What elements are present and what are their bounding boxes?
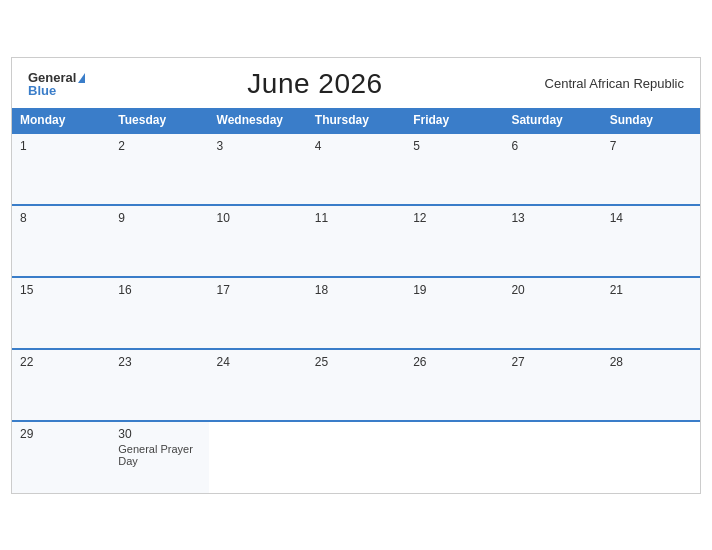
calendar-cell	[209, 421, 307, 493]
day-number: 6	[511, 139, 593, 153]
calendar-cell: 4	[307, 133, 405, 205]
day-number: 19	[413, 283, 495, 297]
calendar-cell: 16	[110, 277, 208, 349]
logo-general-text: General	[28, 71, 85, 84]
week-row-2: 891011121314	[12, 205, 700, 277]
calendar-cell: 17	[209, 277, 307, 349]
day-number: 21	[610, 283, 692, 297]
calendar-header: General Blue June 2026 Central African R…	[12, 58, 700, 108]
day-number: 11	[315, 211, 397, 225]
week-row-5: 2930General Prayer Day	[12, 421, 700, 493]
week-row-3: 15161718192021	[12, 277, 700, 349]
calendar-title: June 2026	[247, 68, 382, 100]
calendar-cell: 2	[110, 133, 208, 205]
logo-triangle-icon	[78, 73, 85, 83]
calendar-cell: 13	[503, 205, 601, 277]
calendar-cell: 21	[602, 277, 700, 349]
calendar-cell: 26	[405, 349, 503, 421]
weekday-header-row: MondayTuesdayWednesdayThursdayFridaySatu…	[12, 108, 700, 133]
day-number: 28	[610, 355, 692, 369]
weekday-header-thursday: Thursday	[307, 108, 405, 133]
day-number: 22	[20, 355, 102, 369]
day-number: 1	[20, 139, 102, 153]
day-number: 10	[217, 211, 299, 225]
calendar-region: Central African Republic	[545, 76, 684, 91]
calendar-cell: 23	[110, 349, 208, 421]
day-number: 16	[118, 283, 200, 297]
day-number: 27	[511, 355, 593, 369]
day-number: 24	[217, 355, 299, 369]
logo: General Blue	[28, 71, 85, 97]
event-label: General Prayer Day	[118, 443, 200, 467]
calendar-cell: 1	[12, 133, 110, 205]
calendar-cell: 12	[405, 205, 503, 277]
calendar-cell: 18	[307, 277, 405, 349]
calendar-container: General Blue June 2026 Central African R…	[11, 57, 701, 494]
weekday-header-friday: Friday	[405, 108, 503, 133]
calendar-cell: 29	[12, 421, 110, 493]
day-number: 14	[610, 211, 692, 225]
day-number: 7	[610, 139, 692, 153]
calendar-cell: 27	[503, 349, 601, 421]
day-number: 13	[511, 211, 593, 225]
calendar-cell: 5	[405, 133, 503, 205]
calendar-cell: 19	[405, 277, 503, 349]
day-number: 12	[413, 211, 495, 225]
week-row-4: 22232425262728	[12, 349, 700, 421]
logo-blue-text: Blue	[28, 84, 56, 97]
day-number: 29	[20, 427, 102, 441]
calendar-cell: 9	[110, 205, 208, 277]
day-number: 3	[217, 139, 299, 153]
calendar-cell: 11	[307, 205, 405, 277]
calendar-cell: 10	[209, 205, 307, 277]
calendar-cell: 3	[209, 133, 307, 205]
day-number: 25	[315, 355, 397, 369]
day-number: 2	[118, 139, 200, 153]
weekday-header-tuesday: Tuesday	[110, 108, 208, 133]
day-number: 23	[118, 355, 200, 369]
calendar-body: 1234567891011121314151617181920212223242…	[12, 133, 700, 493]
calendar-cell: 15	[12, 277, 110, 349]
day-number: 30	[118, 427, 200, 441]
calendar-cell	[307, 421, 405, 493]
day-number: 18	[315, 283, 397, 297]
weekday-header-wednesday: Wednesday	[209, 108, 307, 133]
calendar-cell	[405, 421, 503, 493]
weekday-header-sunday: Sunday	[602, 108, 700, 133]
week-row-1: 1234567	[12, 133, 700, 205]
calendar-cell: 30General Prayer Day	[110, 421, 208, 493]
calendar-cell: 24	[209, 349, 307, 421]
calendar-cell	[602, 421, 700, 493]
calendar-cell	[503, 421, 601, 493]
day-number: 17	[217, 283, 299, 297]
calendar-cell: 14	[602, 205, 700, 277]
weekday-header-saturday: Saturday	[503, 108, 601, 133]
day-number: 15	[20, 283, 102, 297]
day-number: 5	[413, 139, 495, 153]
day-number: 8	[20, 211, 102, 225]
calendar-cell: 8	[12, 205, 110, 277]
calendar-cell: 20	[503, 277, 601, 349]
calendar-cell: 22	[12, 349, 110, 421]
day-number: 20	[511, 283, 593, 297]
calendar-cell: 25	[307, 349, 405, 421]
weekday-header-monday: Monday	[12, 108, 110, 133]
day-number: 9	[118, 211, 200, 225]
calendar-cell: 6	[503, 133, 601, 205]
day-number: 4	[315, 139, 397, 153]
calendar-grid: MondayTuesdayWednesdayThursdayFridaySatu…	[12, 108, 700, 493]
calendar-cell: 7	[602, 133, 700, 205]
calendar-cell: 28	[602, 349, 700, 421]
day-number: 26	[413, 355, 495, 369]
